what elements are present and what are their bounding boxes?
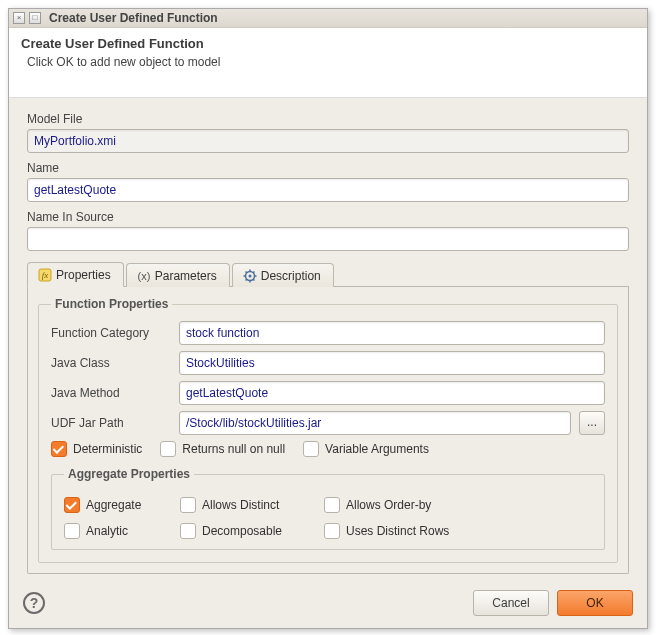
function-category-input[interactable] <box>179 321 605 345</box>
svg-text:(x): (x) <box>137 270 150 282</box>
allows-orderby-checkbox[interactable]: Allows Order-by <box>324 497 431 513</box>
checkbox-icon <box>180 523 196 539</box>
checkbox-icon <box>324 523 340 539</box>
tab-description[interactable]: Description <box>232 263 334 287</box>
allows-distinct-checkbox[interactable]: Allows Distinct <box>180 497 300 513</box>
model-file-input <box>27 129 629 153</box>
function-icon: fx <box>38 268 52 282</box>
aggregate-label: Aggregate <box>86 498 141 512</box>
checkbox-icon <box>324 497 340 513</box>
aggregate-properties-legend: Aggregate Properties <box>64 467 194 481</box>
checkbox-icon <box>160 441 176 457</box>
tab-properties[interactable]: fx Properties <box>27 262 124 287</box>
aggregate-properties-group: Aggregate Properties Aggregate Allows Di… <box>51 467 605 550</box>
ok-button[interactable]: OK <box>557 590 633 616</box>
allows-orderby-label: Allows Order-by <box>346 498 431 512</box>
udf-jar-path-input[interactable] <box>179 411 571 435</box>
browse-jar-button[interactable]: ... <box>579 411 605 435</box>
analytic-checkbox[interactable]: Analytic <box>64 523 156 539</box>
name-in-source-input[interactable] <box>27 227 629 251</box>
uses-distinct-rows-label: Uses Distinct Rows <box>346 524 449 538</box>
svg-line-11 <box>253 272 255 274</box>
dialog-window: × □ Create User Defined Function Create … <box>8 8 648 629</box>
java-class-label: Java Class <box>51 356 171 370</box>
window-title: Create User Defined Function <box>49 11 218 25</box>
dialog-footer: ? Cancel OK <box>9 582 647 628</box>
checkbox-icon <box>51 441 67 457</box>
uses-distinct-rows-checkbox[interactable]: Uses Distinct Rows <box>324 523 449 539</box>
svg-line-12 <box>245 279 247 281</box>
java-class-input[interactable] <box>179 351 605 375</box>
java-method-input[interactable] <box>179 381 605 405</box>
deterministic-checkbox[interactable]: Deterministic <box>51 441 142 457</box>
name-label: Name <box>27 161 629 175</box>
returns-null-checkbox[interactable]: Returns null on null <box>160 441 285 457</box>
tab-description-label: Description <box>261 269 321 283</box>
close-icon[interactable]: × <box>13 12 25 24</box>
tab-parameters-label: Parameters <box>155 269 217 283</box>
gear-icon <box>243 269 257 283</box>
titlebar: × □ Create User Defined Function <box>9 9 647 28</box>
java-method-label: Java Method <box>51 386 171 400</box>
checkbox-icon <box>303 441 319 457</box>
decomposable-label: Decomposable <box>202 524 282 538</box>
aggregate-checkbox[interactable]: Aggregate <box>64 497 156 513</box>
udf-jar-path-label: UDF Jar Path <box>51 416 171 430</box>
varargs-label: Variable Arguments <box>325 442 429 456</box>
svg-point-4 <box>248 275 251 278</box>
function-properties-group: Function Properties Function Category Ja… <box>38 297 618 563</box>
cancel-button[interactable]: Cancel <box>473 590 549 616</box>
returns-null-label: Returns null on null <box>182 442 285 456</box>
tab-properties-label: Properties <box>56 268 111 282</box>
dialog-content: Model File Name Name In Source fx Proper… <box>9 98 647 582</box>
svg-line-10 <box>253 279 255 281</box>
checkbox-icon <box>64 497 80 513</box>
checkbox-icon <box>180 497 196 513</box>
header-title: Create User Defined Function <box>21 36 635 51</box>
name-input[interactable] <box>27 178 629 202</box>
deterministic-label: Deterministic <box>73 442 142 456</box>
help-button[interactable]: ? <box>23 592 45 614</box>
tabbar: fx Properties (x) Parameters Description <box>27 261 629 287</box>
allows-distinct-label: Allows Distinct <box>202 498 279 512</box>
varargs-checkbox[interactable]: Variable Arguments <box>303 441 429 457</box>
dialog-header: Create User Defined Function Click OK to… <box>9 28 647 98</box>
function-properties-legend: Function Properties <box>51 297 172 311</box>
analytic-label: Analytic <box>86 524 128 538</box>
decomposable-checkbox[interactable]: Decomposable <box>180 523 300 539</box>
function-category-label: Function Category <box>51 326 171 340</box>
model-file-label: Model File <box>27 112 629 126</box>
parameters-icon: (x) <box>137 269 151 283</box>
maximize-icon[interactable]: □ <box>29 12 41 24</box>
svg-line-9 <box>245 272 247 274</box>
name-in-source-label: Name In Source <box>27 210 629 224</box>
svg-text:fx: fx <box>42 270 49 280</box>
tab-parameters[interactable]: (x) Parameters <box>126 263 230 287</box>
tabpanel-properties: Function Properties Function Category Ja… <box>27 287 629 574</box>
checkbox-icon <box>64 523 80 539</box>
header-subtitle: Click OK to add new object to model <box>27 55 635 69</box>
